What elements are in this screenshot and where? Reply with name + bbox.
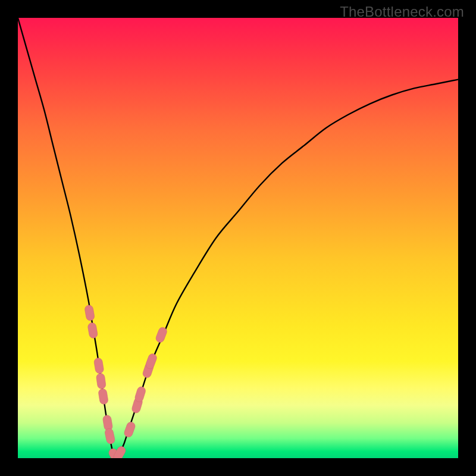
bottleneck-curve — [18, 18, 458, 458]
curve-marker — [134, 386, 146, 403]
curve-marker — [93, 358, 104, 374]
marker-group — [84, 305, 168, 458]
chart-frame: TheBottleneck.com — [0, 0, 476, 476]
curve-marker — [84, 305, 95, 321]
plot-area — [18, 18, 458, 458]
watermark-text: TheBottleneck.com — [340, 4, 464, 20]
curve-marker — [87, 322, 98, 339]
curve-marker — [104, 428, 115, 444]
curve-marker — [123, 421, 136, 438]
curve-marker — [96, 373, 107, 390]
curve-marker — [98, 388, 109, 405]
chart-svg — [18, 18, 458, 458]
